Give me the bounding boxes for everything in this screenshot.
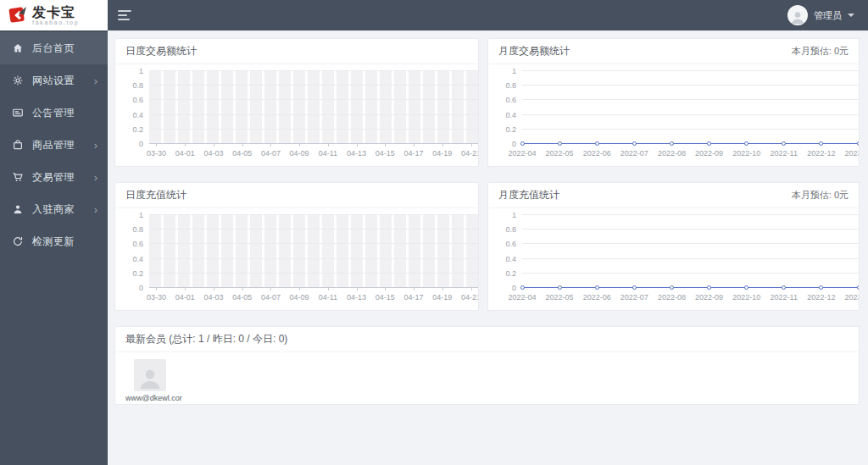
member-date: 2022-12-19 bbox=[125, 404, 175, 405]
chart-band bbox=[207, 215, 219, 288]
x-tick-mark bbox=[442, 144, 443, 147]
chart-band bbox=[293, 215, 305, 288]
goods-icon bbox=[12, 139, 24, 151]
y-tick-label: 0 bbox=[139, 285, 143, 292]
chart-band bbox=[221, 215, 233, 288]
chart-band bbox=[380, 215, 392, 288]
grid-line bbox=[149, 229, 478, 230]
x-tick-label: 2022-07 bbox=[620, 293, 648, 302]
x-tick-mark bbox=[242, 144, 243, 147]
chart-band bbox=[365, 71, 377, 144]
x-tick-label: 03-30 bbox=[147, 149, 166, 158]
sidebar-item-label: 交易管理 bbox=[32, 170, 94, 185]
chart-band bbox=[178, 71, 190, 144]
x-tick-label: 04-15 bbox=[376, 293, 395, 302]
sidebar-item-update[interactable]: 检测更新 bbox=[0, 225, 108, 257]
chart-band bbox=[337, 71, 348, 144]
x-tick-mark bbox=[414, 144, 415, 147]
chart-band bbox=[250, 71, 262, 144]
x-tick-mark bbox=[385, 288, 386, 291]
sidebar-item-label: 商品管理 bbox=[32, 138, 94, 152]
grid-line bbox=[522, 85, 859, 86]
grid-line bbox=[149, 214, 478, 215]
chart-band bbox=[192, 215, 204, 288]
y-tick-label: 0.8 bbox=[505, 226, 516, 234]
chart-band bbox=[409, 71, 420, 144]
user-avatar bbox=[787, 5, 808, 25]
user-menu[interactable]: 管理员 bbox=[787, 5, 854, 25]
y-tick-label: 0.2 bbox=[505, 125, 516, 133]
grid-line bbox=[149, 273, 478, 274]
grid-line bbox=[522, 99, 859, 100]
x-tick-mark bbox=[385, 144, 386, 147]
y-tick-label: 0.2 bbox=[505, 269, 516, 277]
chevron-right-icon: › bbox=[94, 172, 99, 183]
data-point-marker bbox=[595, 141, 599, 146]
member-list: www@dkewl.cor2022-12-19 bbox=[115, 352, 859, 404]
cart-icon bbox=[12, 171, 24, 183]
x-tick-label: 2022-12 bbox=[807, 293, 835, 302]
data-point-marker bbox=[595, 285, 599, 290]
y-axis: 00.20.40.60.81 bbox=[124, 215, 149, 288]
x-tick-mark bbox=[471, 288, 472, 291]
sidebar-item-announcement[interactable]: 公告管理 bbox=[0, 97, 108, 129]
person-icon bbox=[136, 364, 164, 391]
y-tick-label: 0.8 bbox=[132, 82, 143, 90]
chart-band bbox=[337, 215, 348, 288]
y-tick-label: 0 bbox=[139, 141, 143, 148]
x-tick-label: 04-19 bbox=[432, 149, 452, 158]
data-point-marker bbox=[857, 285, 860, 290]
panel-header: 月度充值统计 本月预估: 0元 bbox=[488, 183, 859, 208]
x-tick-label: 2022-10 bbox=[732, 149, 760, 158]
data-line bbox=[522, 143, 859, 145]
grid-line bbox=[149, 258, 478, 259]
chart-band bbox=[466, 71, 478, 144]
x-tick-label: 2022-07 bbox=[620, 149, 648, 158]
x-axis-line bbox=[149, 287, 478, 288]
chart-band bbox=[236, 71, 248, 144]
x-tick-label: 04-09 bbox=[290, 149, 309, 158]
sidebar-item-cart[interactable]: 交易管理› bbox=[0, 161, 108, 193]
plot-area bbox=[522, 215, 859, 288]
sidebar: 发卡宝 fakabao.top 后台首页网站设置›公告管理商品管理›交易管理›入… bbox=[0, 0, 108, 465]
data-point-marker bbox=[707, 285, 711, 290]
data-point-marker bbox=[670, 285, 674, 290]
sidebar-item-goods[interactable]: 商品管理› bbox=[0, 129, 108, 161]
brand-logo[interactable]: 发卡宝 fakabao.top bbox=[0, 0, 108, 30]
estimate-label: 本月预估: 0元 bbox=[792, 45, 849, 58]
update-icon bbox=[12, 235, 24, 247]
sidebar-item-gear[interactable]: 网站设置› bbox=[0, 64, 108, 97]
chart-band bbox=[308, 215, 320, 288]
member-card[interactable]: www@dkewl.cor2022-12-19 bbox=[125, 359, 175, 397]
x-tick-mark bbox=[299, 144, 300, 147]
y-tick-label: 0.8 bbox=[132, 226, 143, 234]
chart-band bbox=[394, 71, 406, 144]
menu-toggle-icon[interactable] bbox=[118, 8, 133, 23]
x-tick-label: 2022-08 bbox=[658, 293, 686, 302]
sidebar-item-home[interactable]: 后台首页 bbox=[0, 32, 108, 64]
chevron-right-icon: › bbox=[94, 75, 99, 86]
x-tick-mark bbox=[414, 288, 415, 291]
chevron-right-icon: › bbox=[94, 204, 99, 215]
x-tick-label: 2023-01 bbox=[844, 293, 860, 302]
y-tick-label: 0.4 bbox=[132, 255, 143, 263]
sidebar-item-merchant[interactable]: 入驻商家› bbox=[0, 193, 108, 225]
sidebar-item-label: 检测更新 bbox=[32, 235, 99, 249]
x-tick-label: 04-21 bbox=[461, 149, 479, 158]
x-tick-label: 04-21 bbox=[461, 293, 479, 302]
chart-band bbox=[452, 215, 464, 288]
grid-line bbox=[149, 85, 478, 86]
panel-latest-members: 最新会员 (总计: 1 / 昨日: 0 / 今日: 0) www@dkewl.c… bbox=[114, 326, 860, 405]
data-point-marker bbox=[632, 141, 637, 146]
x-tick-mark bbox=[214, 144, 214, 147]
daily-trade-chart: 00.20.40.60.81 03-3004-0104-0304-0504-07… bbox=[124, 71, 478, 161]
panel-title: 日度充值统计 bbox=[125, 188, 186, 202]
chart-band bbox=[466, 215, 478, 288]
x-tick-label: 04-01 bbox=[175, 293, 195, 302]
x-tick-label: 04-05 bbox=[232, 293, 252, 302]
x-tick-label: 2022-05 bbox=[546, 293, 574, 302]
merchant-icon bbox=[12, 203, 24, 215]
x-tick-mark bbox=[270, 144, 271, 147]
x-tick-mark bbox=[471, 144, 472, 147]
panel-daily-trade: 日度交易额统计 00.20.40.60.81 03-3004-0104-0304… bbox=[114, 38, 479, 167]
